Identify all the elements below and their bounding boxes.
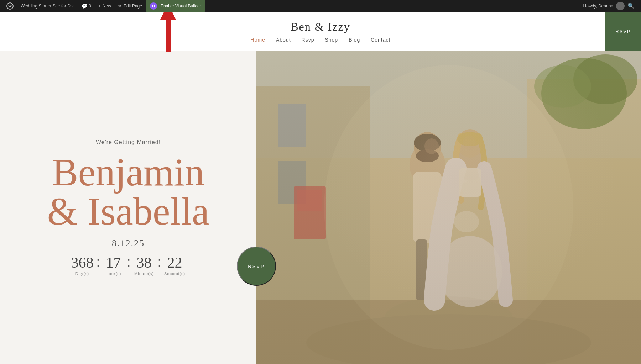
howdy-text: Howdy, Deanna [583,4,614,9]
couple-name-line2: & Isabella [47,190,209,233]
new-label: New [103,4,111,9]
admin-edit-page[interactable]: ✏ Edit Page [115,0,146,12]
divi-logo-icon: D [150,2,157,10]
edit-icon: ✏ [118,4,122,9]
site-title-area: Ben & Izzy Home About Rsvp Shop Blog Con… [251,20,391,43]
couple-name-line1: Benjamin [52,151,204,194]
days-label: Day(s) [75,271,89,276]
site-title: Ben & Izzy [291,20,350,33]
countdown-timer: 368 Day(s) : 17 Hour(s) : 38 Minute(s) :… [71,255,185,276]
enable-visual-builder-label: Enable Visual Builder [161,4,201,9]
admin-avatar[interactable] [616,2,625,10]
countdown-hours: 17 Hour(s) [103,255,124,276]
plus-icon: + [98,4,101,9]
countdown-days: 368 Day(s) [71,255,93,276]
nav-contact[interactable]: Contact [371,37,390,43]
hours-value: 17 [106,255,121,270]
getting-married-text: We're Getting Married! [96,139,161,146]
countdown-sep-2: : [124,255,133,269]
countdown-seconds: 22 Second(s) [164,255,186,276]
couple-name-display: Benjamin & Isabella [47,153,209,231]
admin-comments[interactable]: 💬 0 [78,0,95,12]
days-value: 368 [71,255,93,270]
comment-count: 0 [89,4,91,9]
hero-left-panel: We're Getting Married! Benjamin & Isabel… [0,51,256,364]
comment-icon: 💬 [82,3,88,9]
nav-blog[interactable]: Blog [349,37,360,43]
hero-section: We're Getting Married! Benjamin & Isabel… [0,51,641,364]
seconds-value: 22 [167,255,182,270]
site-nav: Home About Rsvp Shop Blog Contact [251,37,391,43]
arrow-shaft [166,20,171,52]
rsvp-circle-button[interactable]: RSVP [237,247,276,286]
admin-bar: W Wedding Starter Site for Divi 💬 0 + Ne… [0,0,641,12]
admin-wp-logo[interactable]: W [3,0,17,12]
nav-shop[interactable]: Shop [325,37,338,43]
hours-label: Hour(s) [106,271,121,276]
wedding-date: 8.12.25 [112,238,145,249]
minutes-label: Minute(s) [134,271,154,276]
admin-bar-right: Howdy, Deanna 🔍 [583,2,639,10]
rsvp-header-button[interactable]: RSVP [605,12,641,51]
edit-page-label: Edit Page [124,4,142,9]
countdown-minutes: 38 Minute(s) [134,255,155,276]
admin-site-name[interactable]: Wedding Starter Site for Divi [17,0,78,12]
nav-rsvp[interactable]: Rsvp [302,37,314,43]
seconds-label: Second(s) [164,271,185,276]
admin-new[interactable]: + New [95,0,115,12]
site-header: Ben & Izzy Home About Rsvp Shop Blog Con… [0,12,641,51]
wordpress-logo-icon: W [6,2,14,10]
search-icon[interactable]: 🔍 [627,2,635,9]
countdown-sep-3: : [155,255,164,269]
hero-wedding-photo [256,51,641,364]
admin-enable-visual-builder[interactable]: D Enable Visual Builder [146,0,205,12]
nav-home[interactable]: Home [251,37,265,43]
site-name-label: Wedding Starter Site for Divi [21,4,74,9]
nav-about[interactable]: About [276,37,291,43]
minutes-value: 38 [137,255,152,270]
photo-overlay [256,51,641,364]
hero-right-photo-panel [256,51,641,364]
countdown-sep-1: : [93,255,103,269]
